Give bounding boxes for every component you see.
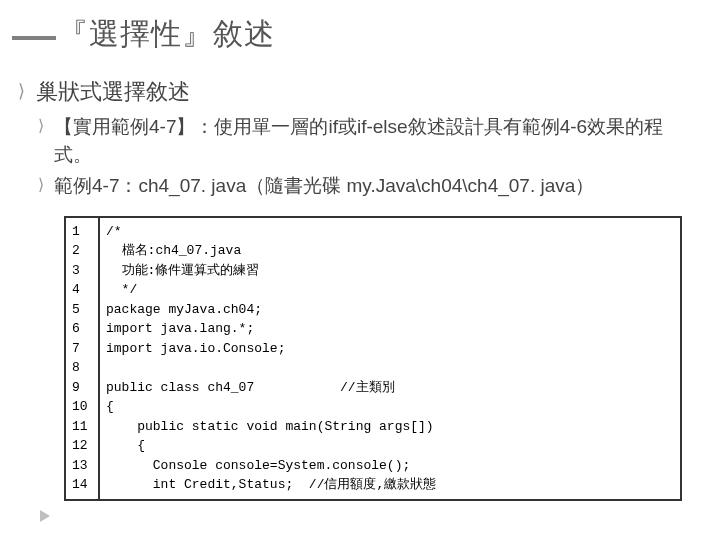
code-line (100, 358, 680, 378)
code-line: */ (100, 280, 680, 300)
line-number: 14 (66, 475, 98, 495)
bullet2-icon: ⟩ (38, 175, 50, 194)
slide-title: 『選擇性』敘述 (58, 14, 275, 55)
line-number: 3 (66, 261, 98, 281)
line-number: 6 (66, 319, 98, 339)
bullet-level1: ⟩ 巢狀式選擇敘述 (18, 77, 682, 107)
code-line: package myJava.ch04; (100, 300, 680, 320)
code-line: { (100, 436, 680, 456)
content-area: ⟩ 巢狀式選擇敘述 ⟩ 【實用範例4-7】：使用單一層的if或if-else敘述… (18, 77, 682, 501)
bullet1-icon: ⟩ (18, 80, 30, 102)
line-number: 9 (66, 378, 98, 398)
line-number: 4 (66, 280, 98, 300)
line-number: 2 (66, 241, 98, 261)
code-block: 1 2 3 4 5 6 7 8 9 10 11 12 13 14 /* 檔名:c… (64, 216, 682, 501)
code-line: import java.io.Console; (100, 339, 680, 359)
line-number: 10 (66, 397, 98, 417)
slide: 『選擇性』敘述 ⟩ 巢狀式選擇敘述 ⟩ 【實用範例4-7】：使用單一層的if或i… (0, 0, 720, 540)
code-line: public class ch4_07 //主類別 (100, 378, 680, 398)
line-number: 13 (66, 456, 98, 476)
line-number: 7 (66, 339, 98, 359)
line-number: 8 (66, 358, 98, 378)
title-accent-bar (12, 36, 56, 40)
code-line: { (100, 397, 680, 417)
code-gutter: 1 2 3 4 5 6 7 8 9 10 11 12 13 14 (64, 216, 98, 501)
bullet-level2-item2: ⟩ 範例4-7：ch4_07. java（隨書光碟 my.Java\ch04\c… (38, 172, 682, 200)
bullet1-text: 巢狀式選擇敘述 (36, 77, 190, 107)
code-line: /* (100, 222, 680, 242)
code-line: 功能:條件運算式的練習 (100, 261, 680, 281)
code-body: /* 檔名:ch4_07.java 功能:條件運算式的練習 */ package… (98, 216, 682, 501)
bullet2-icon: ⟩ (38, 116, 50, 135)
footer-arrow-icon (40, 510, 50, 522)
line-number: 5 (66, 300, 98, 320)
code-line: import java.lang.*; (100, 319, 680, 339)
line-number: 11 (66, 417, 98, 437)
bullet2-text-2: 範例4-7：ch4_07. java（隨書光碟 my.Java\ch04\ch4… (54, 172, 594, 200)
code-line: Console console=System.console(); (100, 456, 680, 476)
line-number: 12 (66, 436, 98, 456)
title-row: 『選擇性』敘述 (12, 14, 682, 55)
bullet2-text-1: 【實用範例4-7】：使用單一層的if或if-else敘述設計具有範例4-6效果的… (54, 113, 682, 168)
code-line: public static void main(String args[]) (100, 417, 680, 437)
code-line: int Credit,Status; //信用額度,繳款狀態 (100, 475, 680, 495)
code-line: 檔名:ch4_07.java (100, 241, 680, 261)
line-number: 1 (66, 222, 98, 242)
bullet-level2-item1: ⟩ 【實用範例4-7】：使用單一層的if或if-else敘述設計具有範例4-6效… (38, 113, 682, 168)
